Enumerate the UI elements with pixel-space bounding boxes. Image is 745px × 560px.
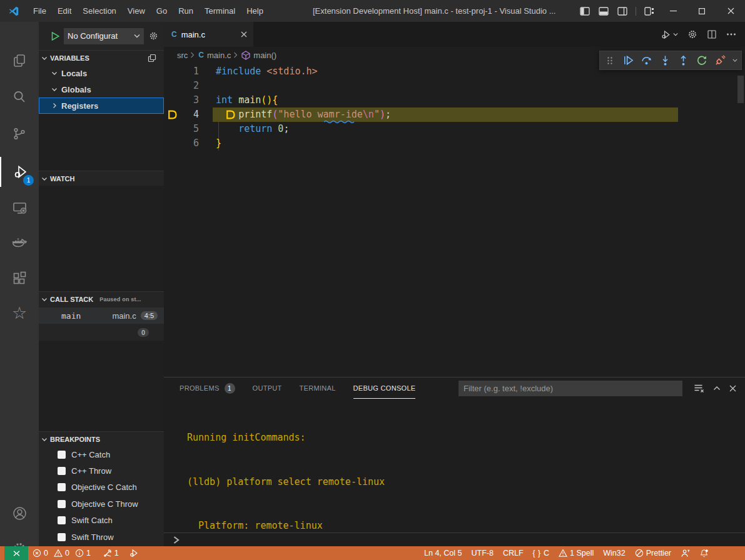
breakpoint-checkbox[interactable]: [58, 467, 66, 475]
tools-status[interactable]: 1: [103, 549, 119, 558]
extensions-icon[interactable]: [0, 263, 39, 293]
menu-terminal[interactable]: Terminal: [199, 6, 241, 16]
menu-view[interactable]: View: [122, 6, 151, 16]
breadcrumb-symbol[interactable]: main(): [253, 51, 276, 60]
breakpoint-checkbox[interactable]: [58, 500, 66, 508]
breakpoint-item[interactable]: C++ Catch: [39, 446, 164, 462]
menu-edit[interactable]: Edit: [52, 6, 77, 16]
customize-layout-icon[interactable]: [640, 0, 659, 22]
editor-settings-gear-icon[interactable]: [687, 29, 697, 39]
explorer-icon[interactable]: [0, 46, 39, 76]
breakpoint-item[interactable]: Objective C Throw: [39, 496, 164, 512]
code-line-6[interactable]: 6 }: [164, 136, 745, 151]
code-line-3[interactable]: 3 int main(){: [164, 93, 745, 108]
tab-problems[interactable]: PROBLEMS 1: [180, 378, 235, 399]
menu-go[interactable]: Go: [151, 6, 173, 16]
code-line-4-current[interactable]: 4 printf("hello wamr-ide\n");: [164, 108, 745, 122]
breakpoint-item[interactable]: Swift Throw: [39, 529, 164, 545]
toggle-secondary-sidebar-icon[interactable]: [613, 0, 632, 22]
c-language-icon: C: [171, 30, 177, 39]
step-out-button[interactable]: [677, 54, 689, 68]
eol-status[interactable]: CRLF: [503, 549, 524, 558]
variables-scope-globals[interactable]: Globals: [39, 81, 164, 98]
docker-icon[interactable]: [0, 228, 39, 258]
code-area[interactable]: 1 #include <stdio.h> 2 3 int main(){ 4: [164, 64, 745, 151]
scope-label: Registers: [61, 101, 98, 111]
breakpoint-item[interactable]: Objective C Catch: [39, 479, 164, 496]
clear-console-icon[interactable]: [694, 384, 704, 393]
chevron-down-icon[interactable]: [732, 58, 737, 62]
disconnect-button[interactable]: [714, 54, 726, 68]
console-input-prompt[interactable]: [173, 536, 180, 544]
tab-output[interactable]: OUTPUT: [253, 378, 282, 399]
breakpoint-checkbox[interactable]: [58, 516, 66, 524]
accounts-icon[interactable]: [0, 498, 39, 528]
breakpoint-item[interactable]: Swift Catch: [39, 512, 164, 529]
breakpoints-section-header[interactable]: BREAKPOINTS: [39, 431, 164, 447]
step-over-button[interactable]: [641, 54, 652, 68]
menu-file[interactable]: File: [28, 6, 52, 16]
code-line-5[interactable]: 5 return 0;: [164, 122, 745, 136]
start-debug-icon[interactable]: [51, 32, 59, 41]
search-icon[interactable]: [0, 82, 39, 112]
run-and-debug-icon[interactable]: 1: [0, 157, 40, 187]
variables-scope-locals[interactable]: Locals: [39, 65, 164, 81]
console-filter-input[interactable]: [459, 381, 682, 396]
minimize-button[interactable]: [659, 0, 687, 22]
variables-section-header[interactable]: VARIABLES: [39, 50, 164, 66]
restart-button[interactable]: [696, 54, 707, 68]
breadcrumb-src[interactable]: src: [177, 51, 188, 60]
feedback-smiley[interactable]: [681, 549, 690, 558]
close-window-button[interactable]: [716, 0, 745, 22]
step-into-button[interactable]: [659, 54, 671, 68]
debug-status[interactable]: [129, 548, 139, 558]
platform-status[interactable]: Win32: [603, 549, 625, 558]
tab-main-c[interactable]: C main.c: [164, 22, 253, 47]
breakpoint-item[interactable]: C++ Throw: [39, 462, 164, 479]
watch-section-header[interactable]: WATCH: [39, 171, 164, 186]
close-tab-icon[interactable]: [241, 31, 247, 38]
toggle-sidebar-icon[interactable]: [575, 0, 594, 22]
remote-explorer-icon[interactable]: [0, 192, 39, 222]
problems-status[interactable]: 0 0 1: [33, 549, 91, 558]
call-stack-section-header[interactable]: CALL STACK Paused on st...: [39, 291, 164, 307]
breakpoint-checkbox[interactable]: [58, 533, 66, 541]
run-or-debug-button[interactable]: [661, 29, 678, 40]
continue-button[interactable]: [622, 54, 634, 68]
formatter-status[interactable]: Prettier: [635, 549, 671, 558]
breakpoint-checkbox[interactable]: [58, 483, 66, 491]
copy-value-icon[interactable]: [148, 54, 156, 62]
menu-run[interactable]: Run: [173, 6, 199, 16]
code-line-2[interactable]: 2: [164, 79, 745, 93]
debug-configuration-dropdown[interactable]: No Configurat: [64, 28, 144, 44]
toolbar-drag-grip[interactable]: [604, 54, 616, 68]
toggle-panel-icon[interactable]: [594, 0, 613, 22]
tab-debug-console[interactable]: DEBUG CONSOLE: [353, 378, 416, 399]
cursor-position[interactable]: Ln 4, Col 5: [424, 549, 462, 558]
menu-selection[interactable]: Selection: [77, 6, 121, 16]
chevron-right-icon: [52, 102, 58, 109]
breakpoint-checkbox[interactable]: [58, 451, 66, 459]
remote-indicator[interactable]: [4, 546, 28, 560]
split-editor-icon[interactable]: [707, 29, 717, 39]
more-actions-icon[interactable]: [726, 29, 736, 39]
debug-stackframe-gutter-icon[interactable]: [167, 109, 178, 120]
notifications-bell[interactable]: [699, 549, 709, 558]
line-number: 1: [164, 64, 199, 79]
stack-frame-row[interactable]: main main.c 4:5: [39, 308, 164, 324]
spell-checker-status[interactable]: 1 Spell: [559, 549, 594, 558]
variables-scope-registers[interactable]: Registers: [39, 98, 164, 114]
debug-settings-gear-icon[interactable]: [149, 31, 158, 41]
language-mode[interactable]: { } C: [533, 549, 549, 558]
menu-help[interactable]: Help: [241, 6, 269, 16]
encoding-status[interactable]: UTF-8: [472, 549, 494, 558]
thread-row[interactable]: 0: [39, 324, 164, 341]
close-panel-icon[interactable]: [729, 385, 736, 392]
breadcrumb-file[interactable]: main.c: [207, 51, 231, 60]
source-control-icon[interactable]: [0, 119, 39, 149]
maximize-panel-chevron-icon[interactable]: [713, 386, 721, 391]
maximize-button[interactable]: [687, 0, 716, 22]
star-icon[interactable]: ☆: [0, 298, 39, 328]
tab-terminal[interactable]: TERMINAL: [300, 378, 336, 399]
editor-scrollbar[interactable]: [737, 76, 744, 103]
